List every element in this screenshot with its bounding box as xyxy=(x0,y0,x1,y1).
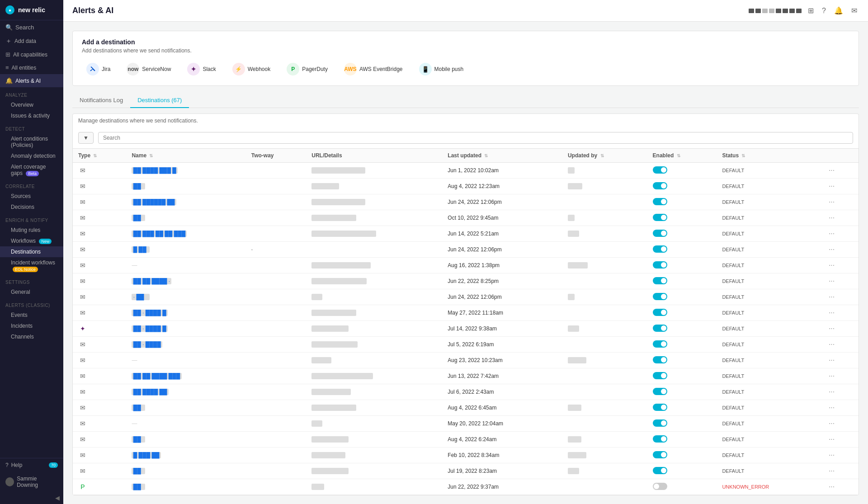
more-button[interactable]: ··· xyxy=(827,245,836,254)
cell-more[interactable]: ··· xyxy=(821,305,859,321)
cell-enabled[interactable] xyxy=(647,463,717,479)
cell-name[interactable]: ██ xyxy=(126,400,245,416)
more-button[interactable]: ··· xyxy=(827,214,836,222)
add-data-action[interactable]: ＋ Add data xyxy=(0,34,63,48)
toggle-switch[interactable] xyxy=(653,404,667,411)
cell-enabled[interactable] xyxy=(647,163,717,179)
tab-destinations[interactable]: Destinations (67) xyxy=(130,93,189,108)
cell-more[interactable]: ··· xyxy=(821,242,859,258)
cell-name[interactable]: ██ · ████ █ xyxy=(126,321,245,337)
tab-notifications-log[interactable]: Notifications Log xyxy=(72,93,130,108)
filter-button[interactable]: ▼ xyxy=(78,132,94,144)
more-button[interactable]: ··· xyxy=(827,340,836,349)
cell-name[interactable]: ██ xyxy=(126,479,245,495)
toggle-switch[interactable] xyxy=(653,182,667,189)
sidebar-item-workflows[interactable]: Workflows New xyxy=(0,236,63,246)
more-button[interactable]: ··· xyxy=(827,483,836,491)
toggle-switch[interactable] xyxy=(653,309,667,316)
sidebar-search[interactable]: 🔍 Search xyxy=(0,20,63,34)
sidebar-item-anomaly-detection[interactable]: Anomaly detection xyxy=(0,151,63,161)
more-button[interactable]: ··· xyxy=(827,388,836,396)
cell-name[interactable]: ██ xyxy=(126,179,245,194)
cell-name[interactable]: ██ xyxy=(126,210,245,226)
sidebar-item-general[interactable]: General xyxy=(0,287,63,297)
user-item[interactable]: Sammie Downing xyxy=(0,472,63,492)
toggle-switch[interactable] xyxy=(653,435,667,443)
cell-name[interactable]: ██ ██ ████ · xyxy=(126,273,245,289)
toggle-switch[interactable] xyxy=(653,419,667,427)
cell-enabled[interactable] xyxy=(647,321,717,337)
cell-name[interactable]: — xyxy=(126,258,245,273)
more-button[interactable]: ··· xyxy=(827,198,836,206)
toggle-switch[interactable] xyxy=(653,388,667,395)
toggle-switch[interactable] xyxy=(653,451,667,458)
toggle-switch[interactable] xyxy=(653,214,667,221)
dest-slack[interactable]: ✦ Slack xyxy=(183,60,220,78)
toggle-switch[interactable] xyxy=(653,277,667,284)
cell-name[interactable]: ██ ████ ███ █ xyxy=(126,163,245,179)
dest-jira[interactable]: Jira xyxy=(82,60,115,78)
cell-name[interactable]: ██ ██ ████ ███ xyxy=(126,368,245,384)
sidebar-logo[interactable]: ● new relic xyxy=(0,0,63,20)
cell-more[interactable]: ··· xyxy=(821,447,859,463)
more-button[interactable]: ··· xyxy=(827,419,836,428)
cell-more[interactable]: ··· xyxy=(821,432,859,447)
cell-more[interactable]: ··· xyxy=(821,400,859,416)
more-button[interactable]: ··· xyxy=(827,166,836,174)
grid-view-icon2[interactable] xyxy=(755,9,761,13)
dest-webhook[interactable]: ⚡ Webhook xyxy=(228,60,275,78)
toggle-switch[interactable] xyxy=(653,230,667,237)
cell-enabled[interactable] xyxy=(647,353,717,368)
cell-name[interactable]: ██ xyxy=(126,432,245,447)
cell-enabled[interactable] xyxy=(647,305,717,321)
dest-aws[interactable]: AWS AWS EventBridge xyxy=(340,60,407,78)
cell-name[interactable]: · ██ xyxy=(126,289,245,305)
cell-enabled[interactable] xyxy=(647,447,717,463)
cell-more[interactable]: ··· xyxy=(821,479,859,495)
cell-name[interactable]: █ ███ ██ xyxy=(126,447,245,463)
cell-more[interactable]: ··· xyxy=(821,384,859,400)
cell-enabled[interactable] xyxy=(647,179,717,194)
help-item[interactable]: ? Help 70 xyxy=(0,458,63,472)
cell-enabled[interactable] xyxy=(647,226,717,242)
sidebar-item-events[interactable]: Events xyxy=(0,310,63,320)
more-button[interactable]: ··· xyxy=(827,435,836,443)
cell-enabled[interactable] xyxy=(647,210,717,226)
cell-name[interactable]: — xyxy=(126,353,245,368)
cell-name[interactable]: ██ ████ ██ xyxy=(126,384,245,400)
more-button[interactable]: ··· xyxy=(827,467,836,475)
toggle-switch[interactable] xyxy=(653,198,667,205)
dest-mobile[interactable]: 📱 Mobile push xyxy=(415,60,468,78)
search-input[interactable] xyxy=(98,132,853,144)
cell-more[interactable]: ··· xyxy=(821,179,859,194)
cell-enabled[interactable] xyxy=(647,194,717,210)
cell-enabled[interactable] xyxy=(647,258,717,273)
cell-enabled[interactable] xyxy=(647,432,717,447)
grid-view-icon7[interactable] xyxy=(789,9,795,13)
cell-name[interactable]: ██ ███ ██ ██ ███ xyxy=(126,226,245,242)
cell-more[interactable]: ··· xyxy=(821,194,859,210)
collapse-button[interactable]: ◀ xyxy=(0,492,63,504)
more-button[interactable]: ··· xyxy=(827,182,836,190)
sidebar-item-all-entities[interactable]: ≡ All entities xyxy=(0,61,63,74)
cell-more[interactable]: ··· xyxy=(821,463,859,479)
cell-enabled[interactable] xyxy=(647,384,717,400)
cell-more[interactable]: ··· xyxy=(821,321,859,337)
cell-enabled[interactable] xyxy=(647,416,717,432)
cell-enabled[interactable] xyxy=(647,242,717,258)
more-button[interactable]: ··· xyxy=(827,372,836,380)
sidebar-item-channels[interactable]: Channels xyxy=(0,331,63,342)
toggle-switch[interactable] xyxy=(653,245,667,253)
more-button[interactable]: ··· xyxy=(827,261,836,269)
more-button[interactable]: ··· xyxy=(827,309,836,317)
dest-servicenow[interactable]: now ServiceNow xyxy=(122,60,175,78)
cell-more[interactable]: ··· xyxy=(821,210,859,226)
sidebar-item-decisions[interactable]: Decisions xyxy=(0,202,63,212)
more-button[interactable]: ··· xyxy=(827,230,836,238)
cell-enabled[interactable] xyxy=(647,479,717,495)
cell-name[interactable]: ██ · ████ xyxy=(126,337,245,353)
cell-enabled[interactable] xyxy=(647,289,717,305)
toggle-switch[interactable] xyxy=(653,467,667,474)
sidebar-item-alerts-ai[interactable]: 🔔 Alerts & AI xyxy=(0,74,63,87)
notification-button[interactable]: 🔔 xyxy=(832,5,845,17)
